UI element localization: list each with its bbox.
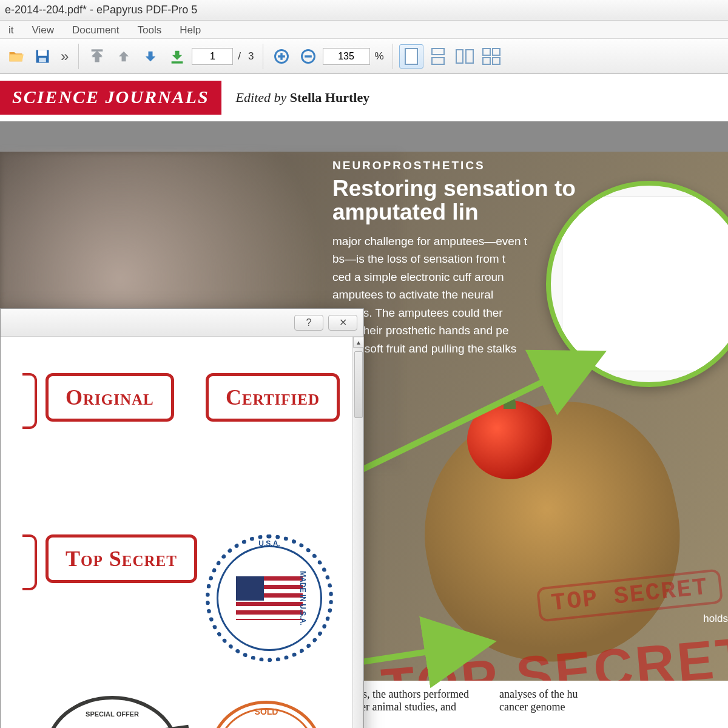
- dialog-titlebar[interactable]: ? ✕: [1, 309, 363, 337]
- separator: [78, 44, 79, 69]
- page-total: 3: [246, 50, 256, 62]
- first-page-icon[interactable]: [85, 44, 109, 69]
- menu-document[interactable]: Document: [66, 23, 125, 36]
- page-number-input[interactable]: [192, 48, 233, 65]
- dialog-help-button[interactable]: ?: [294, 315, 323, 331]
- stamp-partial[interactable]: [22, 373, 37, 429]
- toolbar-overflow[interactable]: »: [57, 49, 72, 64]
- stamp-original[interactable]: Original: [46, 373, 174, 422]
- view-facing-icon[interactable]: [453, 44, 477, 69]
- svg-rect-4: [172, 61, 183, 64]
- last-page-icon[interactable]: [165, 44, 189, 69]
- menu-bar: it View Document Tools Help: [0, 21, 728, 39]
- scroll-thumb[interactable]: [354, 351, 363, 418]
- menu-edit[interactable]: it: [2, 23, 20, 36]
- journal-header: SCIENCE JOURNALS Edited by Stella Hurtle…: [0, 74, 728, 121]
- photo-caption: holds: [703, 613, 728, 625]
- svg-rect-2: [39, 58, 46, 62]
- view-continuous-facing-icon[interactable]: [479, 44, 504, 69]
- prev-page-icon[interactable]: [112, 44, 136, 69]
- menu-view[interactable]: View: [26, 23, 61, 36]
- dialog-scrollbar[interactable]: ▲ ▼: [352, 337, 363, 728]
- window-title: e-2014--204.pdf* - ePapyrus PDF-Pro 5: [5, 4, 197, 16]
- window-title-bar: e-2014--204.pdf* - ePapyrus PDF-Pro 5: [0, 0, 728, 21]
- stamp-certified[interactable]: Certified: [206, 373, 340, 422]
- zoom-in-icon[interactable]: [269, 44, 294, 69]
- zoom-input[interactable]: [323, 48, 370, 65]
- open-icon[interactable]: [4, 44, 28, 69]
- menu-help[interactable]: Help: [174, 23, 207, 36]
- svg-rect-3: [92, 49, 103, 52]
- menu-tools[interactable]: Tools: [132, 23, 168, 36]
- toolbar: » / 3 %: [0, 39, 728, 74]
- scroll-up-icon[interactable]: ▲: [353, 337, 364, 348]
- editor-name: Stella Hurtley: [290, 90, 369, 105]
- next-page-icon[interactable]: [138, 44, 163, 69]
- save-icon[interactable]: [30, 44, 55, 69]
- zoom-unit: %: [372, 50, 386, 62]
- separator: [263, 44, 263, 69]
- edited-by: Edited by Stella Hurtley: [236, 90, 370, 106]
- stamp-sold[interactable]: SOLD SOLD: [206, 696, 327, 728]
- dialog-close-button[interactable]: ✕: [328, 315, 357, 331]
- view-single-page-icon[interactable]: [399, 44, 423, 69]
- stamp-top-secret[interactable]: Top Secret: [46, 534, 197, 583]
- stamp-dialog: ? ✕ Original Certified Top Secret U.S.A.: [0, 308, 364, 728]
- stamp-partial[interactable]: [22, 534, 37, 590]
- document-viewport[interactable]: SCIENCE JOURNALS Edited by Stella Hurtle…: [0, 74, 728, 728]
- svg-rect-1: [38, 50, 47, 55]
- zoom-out-icon[interactable]: [296, 44, 320, 69]
- article-kicker: NEUROPROSTHETICS: [332, 159, 672, 172]
- view-continuous-icon[interactable]: [426, 44, 450, 69]
- stamp-special-offer[interactable]: SPECIAL OFFER SPECIAL OFFER: [46, 696, 179, 728]
- stamp-made-in-usa[interactable]: U.S.A. MADE IN U.S.A.: [206, 534, 333, 662]
- journal-tag: SCIENCE JOURNALS: [0, 81, 221, 115]
- page-separator: /: [235, 50, 243, 62]
- separator: [393, 44, 393, 69]
- edited-label: Edited by: [236, 90, 287, 105]
- stamp-gallery[interactable]: Original Certified Top Secret U.S.A. MAD…: [1, 337, 352, 728]
